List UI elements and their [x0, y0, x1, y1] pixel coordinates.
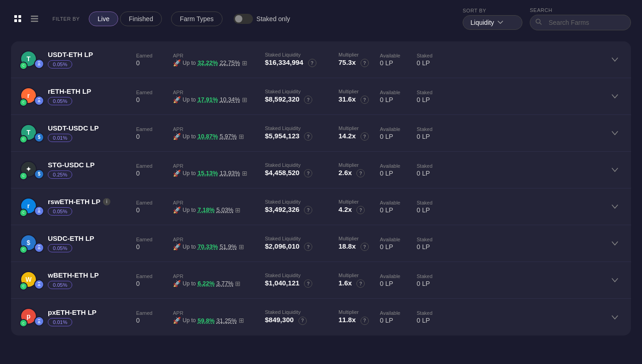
farm-expand-btn[interactable]: [608, 200, 622, 213]
apr-calc-icon[interactable]: ⊞: [239, 317, 244, 324]
sort-by-label: SORT BY: [463, 8, 486, 13]
farm-expand-btn[interactable]: [608, 90, 622, 103]
farm-multiplier-section: Multiplier 31.6x ?: [338, 89, 380, 104]
farm-icon-badge: C: [19, 282, 28, 290]
staked-liq-help-icon[interactable]: ?: [304, 169, 312, 177]
staked-label: Staked: [417, 237, 449, 242]
farm-expand-btn[interactable]: [608, 126, 622, 140]
farm-staked-liq-section: Staked Liquidity $8,592,320 ?: [265, 89, 338, 104]
multiplier-help-icon[interactable]: ?: [361, 59, 369, 67]
farm-expand-btn[interactable]: [608, 237, 622, 250]
farm-staked-section: Staked 0 LP: [417, 126, 449, 140]
search-icon: [535, 18, 542, 27]
farm-fee-badge: 0.01%: [48, 318, 72, 326]
farm-name: USDT-USDC LP: [48, 124, 136, 132]
earned-label: Earned: [136, 53, 173, 58]
farm-icons-usdt-usdc: T $ C: [20, 124, 44, 142]
multiplier-label: Multiplier: [338, 162, 380, 168]
farm-apr-section: APR 🚀 Up to 70.33% 51.9% ⊞: [173, 237, 265, 250]
farm-info-icon[interactable]: i: [103, 198, 110, 205]
farm-available-section: Available 0 LP: [380, 163, 417, 177]
apr-calc-icon[interactable]: ⊞: [242, 170, 247, 177]
grid-view-btn[interactable]: [11, 12, 25, 26]
svg-line-8: [540, 23, 542, 25]
multiplier-label: Multiplier: [338, 273, 380, 278]
staked-value: 0 LP: [417, 317, 449, 324]
farm-expand-btn[interactable]: [608, 163, 622, 176]
farm-available-section: Available 0 LP: [380, 310, 417, 324]
farm-available-section: Available 0 LP: [380, 126, 417, 140]
apr-up-value: 32.22%: [198, 59, 218, 66]
staked-liq-label: Staked Liquidity: [265, 89, 338, 94]
farm-name: STG-USDC LP: [48, 161, 136, 169]
farm-icons-wbeth-eth: W Ξ C: [20, 271, 44, 290]
sort-dropdown-icon: [498, 21, 503, 24]
farm-icon-badge: C: [19, 62, 28, 70]
apr-calc-icon[interactable]: ⊞: [239, 133, 244, 140]
multiplier-help-icon[interactable]: ?: [361, 96, 369, 104]
apr-calc-icon[interactable]: ⊞: [235, 206, 241, 214]
multiplier-help-icon[interactable]: ?: [361, 243, 369, 251]
search-label: SEARCH: [530, 7, 631, 13]
apr-calc-icon[interactable]: ⊞: [242, 96, 247, 103]
apr-calc-icon[interactable]: ⊞: [239, 243, 244, 250]
staked-liq-help-icon[interactable]: ?: [304, 96, 312, 104]
staked-liq-value: $16,334,994 ?: [265, 58, 338, 67]
apr-calc-icon[interactable]: ⊞: [242, 59, 247, 67]
farm-multiplier-section: Multiplier 4.2x ?: [338, 199, 380, 214]
staked-liq-help-icon[interactable]: ?: [298, 317, 307, 325]
multiplier-value: 11.8x ?: [338, 316, 380, 324]
farm-name: rETH-ETH LP: [48, 87, 136, 95]
svg-rect-2: [14, 19, 17, 22]
staked-liq-value: $4,458,520 ?: [265, 169, 338, 177]
staked-value: 0 LP: [417, 96, 449, 103]
multiplier-help-icon[interactable]: ?: [356, 169, 365, 177]
staked-liq-help-icon[interactable]: ?: [304, 206, 312, 214]
apr-base-value: 13.93%: [220, 170, 240, 176]
farm-earned-section: Earned 0: [136, 310, 173, 324]
farm-icons-rsweth-eth: r Ξ C: [20, 198, 44, 216]
svg-rect-5: [31, 18, 38, 20]
sort-select[interactable]: Liquidity: [463, 15, 522, 30]
apr-calc-icon[interactable]: ⊞: [235, 280, 241, 287]
staked-liq-help-icon[interactable]: ?: [308, 59, 316, 67]
staked-liq-label: Staked Liquidity: [265, 236, 338, 241]
farm-apr-section: APR 🚀 Up to 6.22% 3.77% ⊞: [173, 273, 265, 287]
farm-earned-section: Earned 0: [136, 163, 173, 177]
apr-value: 🚀 Up to 70.33% 51.9% ⊞: [173, 243, 265, 250]
search-input[interactable]: [530, 15, 631, 30]
farm-multiplier-section: Multiplier 1.6x ?: [338, 273, 380, 288]
multiplier-help-icon[interactable]: ?: [356, 206, 365, 214]
farm-types-btn[interactable]: Farm Types: [171, 11, 223, 26]
staked-liq-label: Staked Liquidity: [265, 162, 338, 168]
farm-multiplier-section: Multiplier 11.8x ?: [338, 309, 380, 324]
list-view-btn[interactable]: [28, 12, 41, 26]
apr-label: APR: [173, 273, 265, 279]
rocket-icon: 🚀: [173, 96, 181, 103]
multiplier-help-icon[interactable]: ?: [361, 132, 369, 141]
finished-filter-btn[interactable]: Finished: [120, 11, 162, 26]
farm-apr-section: APR 🚀 Up to 15.13% 13.93% ⊞: [173, 163, 265, 177]
earned-label: Earned: [136, 200, 173, 205]
staked-liq-help-icon[interactable]: ?: [304, 132, 312, 141]
farm-expand-btn[interactable]: [608, 273, 622, 287]
live-filter-btn[interactable]: Live: [89, 11, 118, 26]
farm-expand-btn[interactable]: [608, 53, 622, 66]
earned-value: 0: [136, 170, 173, 177]
staked-liq-help-icon[interactable]: ?: [304, 279, 312, 288]
farm-name-section: pxETH-ETH LP 0.01%: [44, 308, 136, 326]
multiplier-help-icon[interactable]: ?: [356, 279, 365, 288]
staked-only-toggle[interactable]: [234, 14, 253, 24]
multiplier-help-icon[interactable]: ?: [361, 317, 369, 325]
rocket-icon: 🚀: [173, 317, 181, 324]
farm-name-section: USDT-ETH LP 0.05%: [44, 51, 136, 68]
farm-icons-pxeth-eth: p Ξ C: [20, 308, 44, 326]
farm-expand-btn[interactable]: [608, 311, 622, 324]
multiplier-value: 75.3x ?: [338, 58, 380, 67]
available-value: 0 LP: [380, 280, 417, 287]
farm-fee-badge: 0.05%: [48, 207, 72, 216]
multiplier-label: Multiplier: [338, 125, 380, 131]
staked-liq-help-icon[interactable]: ?: [304, 243, 312, 251]
apr-label: APR: [173, 126, 265, 132]
svg-rect-0: [14, 15, 17, 18]
